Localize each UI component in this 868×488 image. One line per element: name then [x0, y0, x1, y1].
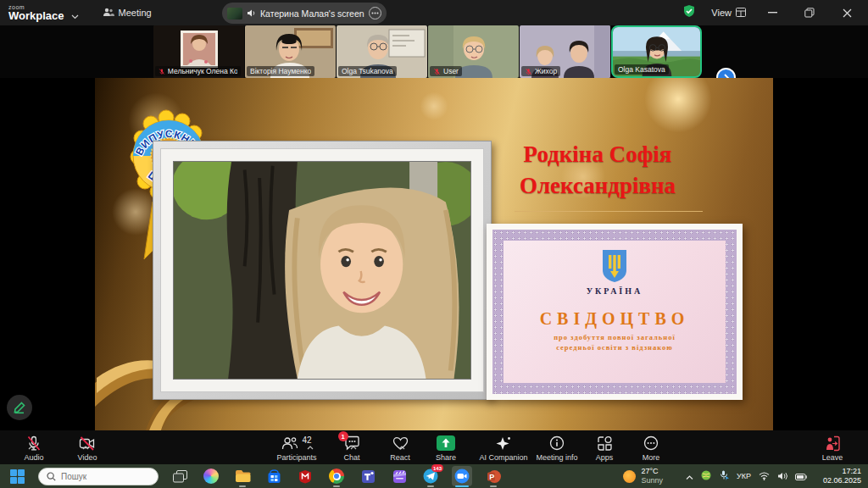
svg-text:P: P [489, 472, 494, 480]
react-options-chevron[interactable] [398, 438, 405, 453]
mcafee-shield-icon [298, 469, 312, 484]
muted-mic-icon [433, 68, 441, 75]
react-button[interactable]: React [375, 435, 426, 462]
apps-button[interactable]: Apps [581, 435, 628, 462]
participant-name-tag: Жихор [521, 66, 560, 76]
battery-icon[interactable] [795, 469, 807, 484]
info-icon [549, 435, 565, 451]
folder-icon [235, 469, 251, 483]
participant-name-tag: Мельничук Олена Кос... [155, 66, 241, 76]
windows-taskbar: 143 P 27°C Sunny [0, 464, 868, 488]
ai-sparkle-icon [495, 435, 512, 452]
more-button[interactable]: More [627, 435, 675, 462]
certificate-title: СВІДОЦТВО [540, 309, 690, 329]
apps-icon [597, 435, 613, 451]
leave-door-icon [824, 435, 841, 452]
microsoft-store-button[interactable] [264, 466, 284, 486]
copilot-icon [203, 469, 219, 484]
title-bar: zoom Workplace Meeting Катерина Малая's … [0, 0, 868, 25]
video-editor-button[interactable] [389, 466, 409, 486]
taskbar-clock[interactable]: 17:21 02.06.2025 [823, 467, 861, 485]
zoom-app-button[interactable] [452, 466, 472, 486]
start-button[interactable] [7, 466, 27, 486]
mic-in-use-icon[interactable] [719, 469, 729, 484]
teams-button[interactable] [358, 466, 378, 486]
tray-app-icon[interactable] [701, 469, 711, 484]
screen-share-indicator[interactable]: Катерина Малая's screen [222, 3, 387, 24]
share-button[interactable]: Share [420, 435, 472, 462]
shared-screen-preview [227, 8, 242, 19]
gold-divider-line [515, 211, 703, 212]
video-button[interactable]: Video [58, 435, 117, 462]
audio-button[interactable]: Audio [4, 435, 64, 462]
annotate-button[interactable] [7, 395, 32, 420]
video-tile-kasatova-active-speaker[interactable]: Olga Kasatova [611, 25, 702, 78]
video-tile-naumenko[interactable]: Вікторія Науменко [245, 25, 336, 78]
tab-meeting[interactable]: Meeting [103, 7, 152, 19]
search-input[interactable] [61, 472, 146, 481]
participant-name-tag: Вікторія Науменко [247, 66, 314, 76]
meeting-info-button[interactable]: Meeting info [527, 435, 587, 462]
powerpoint-icon: P [487, 469, 501, 484]
clapperboard-icon [392, 469, 407, 484]
chat-button[interactable]: 1 Chat [326, 435, 377, 462]
zoom-app-icon [454, 469, 470, 484]
participant-video-strip: Мельничук Олена Кос... Вікторія Науменко [0, 25, 868, 78]
leave-button[interactable]: Leave [807, 435, 858, 462]
share-screen-icon [436, 435, 456, 452]
minimize-button[interactable] [761, 2, 783, 24]
tray-chevron-up-icon[interactable] [686, 469, 693, 484]
telegram-button[interactable]: 143 [420, 466, 441, 486]
language-indicator[interactable]: УКР [737, 472, 751, 480]
zoom-meeting-window: zoom Workplace Meeting Катерина Малая's … [0, 0, 868, 488]
student-name: Родкіна Софія Олександрівна [458, 139, 737, 202]
participants-button[interactable]: 42 Participants [263, 435, 331, 462]
powerpoint-button[interactable]: P [483, 466, 504, 486]
close-button[interactable] [836, 2, 858, 24]
workspace-chevron-down-icon[interactable] [71, 8, 79, 23]
taskbar-weather[interactable]: 27°C Sunny [623, 467, 663, 485]
video-options-chevron[interactable] [82, 438, 89, 453]
chat-options-chevron[interactable] [350, 438, 357, 453]
video-tile-melnychuk[interactable]: Мельничук Олена Кос... [153, 25, 244, 78]
meeting-control-bar: Audio Video 42 [0, 430, 868, 464]
video-tile-zhykhor[interactable]: Жихор [520, 25, 610, 78]
audio-options-chevron[interactable] [28, 438, 35, 453]
file-explorer-button[interactable] [232, 466, 253, 486]
mcafee-button[interactable] [295, 466, 315, 486]
view-button[interactable]: View [711, 8, 746, 19]
weather-condition: Sunny [641, 476, 663, 485]
muted-mic-icon [525, 68, 532, 75]
volume-icon[interactable] [777, 469, 787, 484]
view-layout-icon [736, 8, 746, 19]
taskbar-search[interactable] [38, 468, 159, 485]
teams-icon [361, 469, 376, 484]
share-options-ellipsis-icon[interactable] [369, 7, 381, 19]
clock-time: 17:21 [823, 467, 861, 476]
certificate-country: УКРАЇНА [587, 286, 643, 296]
search-icon [47, 472, 56, 481]
task-view-button[interactable] [170, 466, 190, 486]
ai-companion-button[interactable]: AI Companion [473, 435, 534, 462]
clock-date: 02.06.2025 [823, 476, 861, 485]
video-tile-tsukanova[interactable]: Olga Tsukanova [337, 25, 427, 78]
more-ellipsis-icon [643, 435, 659, 451]
wifi-icon[interactable] [759, 469, 770, 484]
pencil-icon [13, 401, 26, 414]
muted-mic-icon [159, 68, 165, 75]
system-tray: УКР [686, 469, 807, 484]
chrome-button[interactable] [326, 466, 347, 486]
student-photo [174, 162, 470, 379]
weather-temperature: 27°C [641, 467, 663, 476]
security-shield-icon[interactable] [682, 4, 696, 21]
participants-options-chevron[interactable] [307, 438, 314, 453]
zoom-workplace-logo: zoom Workplace [8, 4, 64, 21]
windows-logo-icon [10, 469, 25, 484]
maximize-button[interactable] [798, 2, 821, 24]
video-tile-user[interactable]: User [428, 25, 519, 78]
sun-icon [623, 470, 636, 483]
copilot-button[interactable] [201, 466, 221, 486]
participants-icon [281, 436, 298, 451]
certificate-trident-emblem [600, 249, 629, 283]
speaker-icon [247, 6, 256, 21]
